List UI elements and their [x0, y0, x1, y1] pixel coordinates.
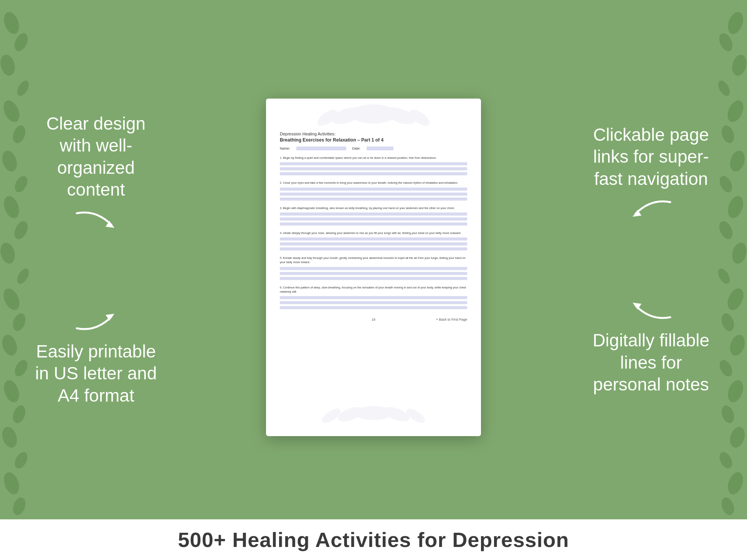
doc-footer: 16 + Back to First Page [280, 315, 467, 321]
feature-block-4: Digitally fillable lines for personal no… [586, 294, 716, 396]
doc-watermark-bottom [266, 402, 481, 425]
doc-item-2: 2. Close your eyes and take a few moment… [280, 181, 467, 200]
doc-line[interactable] [280, 301, 467, 304]
document-wrapper: Depression Healing Activities: Breathing… [161, 99, 586, 436]
doc-watermark-top [266, 99, 481, 129]
doc-item-text-5: 5. Exhale slowly and fully through your … [280, 256, 467, 265]
doc-item-3: 3. Begin with diaphragmatic breathing, a… [280, 206, 467, 226]
doc-lines-4 [280, 237, 467, 250]
doc-line[interactable] [280, 162, 467, 165]
bottom-banner: 500+ Healing Activities for Depression [0, 519, 747, 560]
arrow-left-icon-2 [628, 294, 674, 325]
feature-text-3: Clickable page links for super-fast navi… [586, 124, 716, 190]
name-label: Name: [280, 147, 290, 150]
doc-line[interactable] [280, 212, 467, 216]
doc-line[interactable] [280, 296, 467, 299]
date-label: Date: [352, 147, 361, 150]
doc-item-text-1: 1. Begin by finding a quiet and comforta… [280, 156, 467, 160]
doc-line[interactable] [280, 222, 467, 226]
feature-text-1: Clear design with well-organized content [31, 113, 161, 201]
left-column: Clear design with well-organized content… [31, 113, 161, 422]
feature-block-1: Clear design with well-organized content [31, 113, 161, 236]
doc-line[interactable] [280, 247, 467, 250]
doc-line[interactable] [280, 267, 467, 270]
doc-fields-row: Name: Date: [280, 147, 467, 150]
doc-item-text-4: 4. Inhale deeply through your nose, allo… [280, 231, 467, 235]
doc-item-text-2: 2. Close your eyes and take a few moment… [280, 181, 467, 185]
doc-line[interactable] [280, 193, 467, 196]
doc-line[interactable] [280, 188, 467, 191]
doc-lines-6 [280, 296, 467, 309]
doc-item-4: 4. Inhale deeply through your nose, allo… [280, 231, 467, 250]
feature-text-4: Digitally fillable lines for personal no… [586, 329, 716, 396]
date-field[interactable] [367, 147, 393, 150]
doc-line[interactable] [280, 167, 467, 170]
arrow-right-icon-2 [73, 305, 119, 336]
doc-lines-1 [280, 162, 467, 175]
doc-title-section: Depression Healing Activities: Breathing… [280, 132, 467, 143]
name-field[interactable] [296, 147, 346, 150]
doc-page-number: 16 [342, 318, 405, 321]
doc-lines-5 [280, 267, 467, 280]
doc-lines-2 [280, 188, 467, 201]
bottom-banner-text: 500+ Healing Activities for Depression [178, 528, 569, 552]
feature-block-2: Easily printable in US letter and A4 for… [31, 305, 161, 407]
doc-item-text-6: 6. Continue this pattern of deep, slow b… [280, 285, 467, 294]
doc-line[interactable] [280, 217, 467, 221]
doc-line[interactable] [280, 198, 467, 201]
doc-line[interactable] [280, 272, 467, 275]
doc-item-text-3: 3. Begin with diaphragmatic breathing, a… [280, 206, 467, 210]
doc-title-sub: Breathing Exercises for Relaxation – Par… [280, 137, 467, 143]
document: Depression Healing Activities: Breathing… [266, 99, 481, 436]
doc-line[interactable] [280, 172, 467, 175]
right-column: Clickable page links for super-fast navi… [586, 124, 716, 411]
feature-text-2: Easily printable in US letter and A4 for… [31, 341, 161, 407]
doc-item-6: 6. Continue this pattern of deep, slow b… [280, 285, 467, 310]
feature-block-3: Clickable page links for super-fast navi… [586, 124, 716, 226]
doc-item-1: 1. Begin by finding a quiet and comforta… [280, 156, 467, 175]
doc-line[interactable] [280, 237, 467, 240]
doc-item-5: 5. Exhale slowly and fully through your … [280, 256, 467, 280]
doc-title-main: Depression Healing Activities: [280, 132, 467, 136]
svg-point-53 [382, 404, 411, 423]
arrow-right-icon-1 [73, 206, 119, 236]
doc-line[interactable] [280, 306, 467, 309]
doc-line[interactable] [280, 242, 467, 245]
doc-lines-3 [280, 212, 467, 226]
svg-point-52 [336, 404, 365, 423]
doc-line[interactable] [280, 277, 467, 280]
arrow-left-icon-1 [628, 194, 674, 225]
doc-back-link[interactable]: + Back to First Page [405, 318, 467, 321]
